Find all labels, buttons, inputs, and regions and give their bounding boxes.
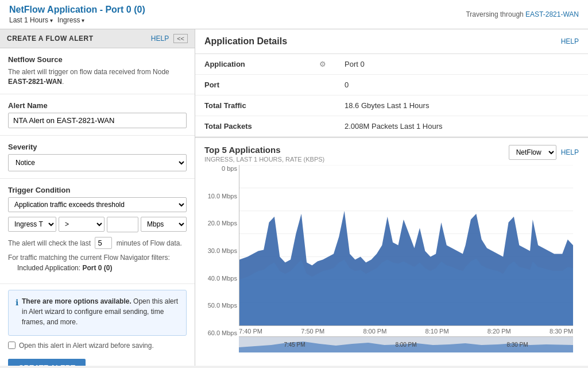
- x-label-740: 7:40 PM: [239, 328, 262, 335]
- table-row-total-traffic: Total Traffic 18.6 Gbytes Last 1 Hours: [195, 95, 588, 116]
- info-icon: ℹ: [16, 297, 18, 309]
- chart-container: 60.0 Mbps 50.0 Mbps 40.0 Mbps 30.0 Mbps …: [239, 165, 573, 336]
- alert-name-label: Alert Name: [8, 101, 187, 110]
- operator-select[interactable]: > >= < <=: [59, 217, 105, 232]
- total-packets-value: 2.008M Packets Last 1 Hours: [335, 116, 588, 137]
- included-app: Port 0 (0): [82, 264, 112, 272]
- info-box-content: There are more options available. Open t…: [22, 296, 179, 327]
- right-panel: Application Details HELP Application ⚙ P…: [195, 29, 588, 366]
- right-panel-help-link[interactable]: HELP: [561, 37, 579, 45]
- create-alert-button[interactable]: CREATE ALERT: [8, 359, 86, 366]
- trigger-condition-label: Trigger Condition: [8, 186, 187, 194]
- wizard-checkbox-label: Open this alert in Alert wizard before s…: [19, 342, 154, 350]
- filter-value: Included Application: Port 0 (0): [17, 264, 187, 272]
- y-label-60: 60.0 Mbps: [206, 329, 237, 336]
- chart-header: Top 5 Applications INGRESS, LAST 1 HOURS…: [204, 145, 579, 163]
- chart-nav-labels: 7:45 PM 8:00 PM 8:30 PM: [239, 337, 573, 352]
- port-label: Port 0 (0): [105, 5, 145, 14]
- collapse-button[interactable]: <<: [173, 34, 188, 43]
- info-box-title: There are more options available.: [22, 297, 131, 305]
- info-box: ℹ There are more options available. Open…: [8, 290, 187, 336]
- total-traffic-value: 18.6 Gbytes Last 1 Hours: [335, 95, 588, 116]
- chart-subtitle: INGRESS, LAST 1 HOURS, RATE (KBPS): [204, 156, 324, 163]
- table-row-port: Port 0: [195, 75, 588, 95]
- nav-label-830: 8:30 PM: [506, 342, 528, 348]
- table-row-application: Application ⚙ Port 0: [195, 54, 588, 75]
- netflow-source-text: The alert will trigger on flow data rece…: [8, 67, 187, 87]
- x-label-830: 8:30 PM: [550, 328, 573, 335]
- chart-help-link[interactable]: HELP: [561, 148, 579, 156]
- info-box-header: ℹ There are more options available. Open…: [16, 296, 179, 327]
- main-content: CREATE A FLOW ALERT HELP << Netflow Sour…: [0, 29, 588, 366]
- severity-select[interactable]: Notice Warning Critical: [8, 154, 187, 171]
- chart-controls: NetFlow HELP: [509, 145, 579, 160]
- header-right: Traversing through EAST-2821-WAN: [466, 10, 579, 18]
- port-value: 0: [335, 75, 588, 95]
- alert-name-section: Alert Name: [0, 94, 195, 136]
- y-label-30: 30.0 Mbps: [206, 247, 237, 254]
- time-range-dropdown[interactable]: Last 1 Hours: [9, 16, 53, 24]
- port-label: Port: [195, 75, 310, 95]
- details-table: Application ⚙ Port 0 Port 0 Total Traffi…: [195, 54, 588, 137]
- page-title: NetFlow Application - Port 0 (0): [9, 5, 145, 15]
- filter-text: For traffic matching the current Flow Na…: [8, 254, 187, 262]
- traversing-link[interactable]: EAST-2821-WAN: [525, 10, 579, 18]
- alert-name-input[interactable]: [8, 113, 187, 128]
- chart-wrapper: 60.0 Mbps 50.0 Mbps 40.0 Mbps 30.0 Mbps …: [239, 165, 573, 336]
- header: NetFlow Application - Port 0 (0) Last 1 …: [0, 0, 588, 29]
- x-label-750: 7:50 PM: [301, 328, 324, 335]
- node-name: EAST-2821-WAN: [8, 78, 62, 86]
- header-subtitle: Last 1 Hours Ingress: [9, 16, 145, 24]
- application-label: Application: [195, 54, 310, 75]
- y-label-50: 50.0 Mbps: [206, 302, 237, 309]
- panel-header-right: HELP <<: [151, 34, 188, 43]
- y-axis-labels: 60.0 Mbps 50.0 Mbps 40.0 Mbps 30.0 Mbps …: [206, 165, 237, 336]
- wizard-checkbox[interactable]: [8, 342, 16, 349]
- chart-title-group: Top 5 Applications INGRESS, LAST 1 HOURS…: [204, 145, 324, 163]
- trigger-condition-section: Trigger Condition Application traffic ex…: [0, 179, 195, 284]
- header-left: NetFlow Application - Port 0 (0) Last 1 …: [9, 5, 145, 24]
- chart-svg: [239, 165, 573, 326]
- direction-dropdown[interactable]: Ingress: [57, 16, 84, 24]
- unit-select[interactable]: Mbps Kbps Gbps bps: [141, 217, 187, 232]
- panel-title: CREATE A FLOW ALERT: [7, 34, 94, 43]
- severity-section: Severity Notice Warning Critical: [0, 136, 195, 179]
- netflow-source-section: Netflow Source The alert will trigger on…: [0, 48, 195, 94]
- total-traffic-label: Total Traffic: [195, 95, 310, 116]
- netflow-source-title: Netflow Source: [8, 55, 187, 64]
- severity-label: Severity: [8, 143, 187, 151]
- chart-nav[interactable]: 7:45 PM 8:00 PM 8:30 PM: [239, 336, 573, 352]
- y-label-40: 40.0 Mbps: [206, 275, 237, 282]
- y-label-10: 10.0 Mbps: [206, 193, 237, 200]
- application-value: Port 0: [335, 54, 588, 75]
- x-label-800: 8:00 PM: [363, 328, 386, 335]
- netflow-select[interactable]: NetFlow: [509, 145, 556, 160]
- right-panel-header: Application Details HELP: [195, 29, 588, 54]
- left-panel: CREATE A FLOW ALERT HELP << Netflow Sour…: [0, 29, 195, 366]
- x-axis-labels: 7:40 PM 7:50 PM 8:00 PM 8:10 PM 8:20 PM …: [239, 326, 573, 336]
- title-text: NetFlow Application -: [9, 5, 105, 14]
- checkbox-row: Open this alert in Alert wizard before s…: [8, 342, 187, 350]
- nav-label-800: 8:00 PM: [395, 342, 416, 348]
- x-label-810: 8:10 PM: [425, 328, 449, 335]
- check-text: The alert will check the last minutes of…: [8, 237, 187, 249]
- gear-icon: ⚙: [310, 54, 335, 75]
- traversing-text: Traversing through: [466, 10, 523, 18]
- chart-section: Top 5 Applications INGRESS, LAST 1 HOURS…: [195, 137, 588, 357]
- total-packets-label: Total Packets: [195, 116, 310, 137]
- panel-header: CREATE A FLOW ALERT HELP <<: [0, 29, 195, 48]
- right-panel-title: Application Details: [204, 36, 287, 47]
- nav-label-745: 7:45 PM: [284, 342, 305, 348]
- y-label-0: 0 bps: [206, 165, 237, 172]
- panel-help-link[interactable]: HELP: [151, 34, 169, 43]
- chart-title: Top 5 Applications: [204, 145, 324, 155]
- traffic-type-select[interactable]: Ingress Traffic Egress Traffic Total Tra…: [8, 217, 56, 232]
- x-label-820: 8:20 PM: [488, 328, 511, 335]
- condition-select[interactable]: Application traffic exceeds threshold Ba…: [8, 197, 187, 212]
- threshold-input[interactable]: [107, 217, 138, 232]
- check-minutes-input[interactable]: [95, 237, 112, 249]
- table-row-total-packets: Total Packets 2.008M Packets Last 1 Hour…: [195, 116, 588, 137]
- y-label-20: 20.0 Mbps: [206, 220, 237, 227]
- trigger-row: Ingress Traffic Egress Traffic Total Tra…: [8, 217, 187, 232]
